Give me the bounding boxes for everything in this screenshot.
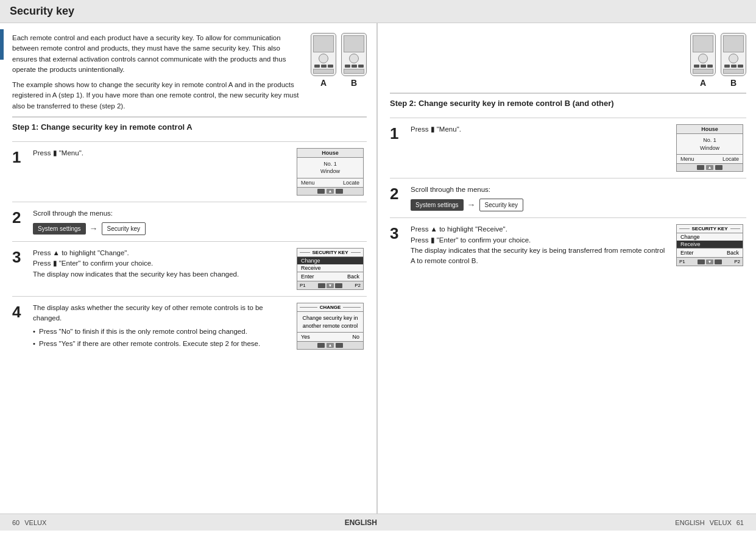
right-step1-content: Press ▮ "Menu". xyxy=(411,124,670,135)
hwm-btn3-right xyxy=(715,165,722,170)
hwm-display-left: House No. 1 Window Menu Locate ▲ xyxy=(297,148,364,196)
right-remote-a-btn1 xyxy=(694,65,699,68)
remote-a-bot xyxy=(313,69,334,74)
left-menu-path: System settings → Security key xyxy=(33,222,367,235)
hwm-btn3-left xyxy=(336,189,343,194)
sk-btn-up-right: ▼ xyxy=(706,259,713,264)
sk-btn1-right xyxy=(698,259,705,264)
right-step1-desc: Press ▮ "Menu". xyxy=(411,124,670,135)
right-remote-a-body xyxy=(690,33,716,76)
right-remote-b-bot xyxy=(723,69,744,74)
ch-footer-left: Yes No xyxy=(297,332,363,341)
right-remote-b-body xyxy=(721,33,746,76)
left-step4-bullet2: Press "Yes" if there are other remote co… xyxy=(33,339,291,349)
ch-btn1 xyxy=(317,343,325,348)
sk-p1-right: P1 xyxy=(679,259,685,264)
left-step1-desc: Press ▮ "Menu". xyxy=(33,148,291,158)
hwm-footer-menu-right: Menu xyxy=(680,156,694,162)
remote-a-body xyxy=(311,33,336,76)
remote-b-body xyxy=(341,33,367,76)
ch-btn3 xyxy=(336,343,343,348)
ch-line2 xyxy=(343,307,361,308)
page-header: Security key xyxy=(0,0,756,23)
right-step3-desc3: The display indicates that the security … xyxy=(411,245,670,267)
right-remote-b-btn3 xyxy=(738,65,743,68)
sk-center-btns-right: ▼ xyxy=(698,259,722,264)
remote-b-knob xyxy=(349,54,359,63)
right-step2-content: Scroll through the menus: System setting… xyxy=(411,185,746,211)
ch-header-left: CHANGE xyxy=(297,303,363,312)
right-step1-row: 1 Press ▮ "Menu". House No. 1 Window Men… xyxy=(390,118,746,178)
sk-header-text-left: SECURITY KEY xyxy=(313,250,348,255)
hwm-display-right: House No. 1 Window Menu Locate ▲ xyxy=(676,124,743,172)
hwm-line1-left: No. 1 xyxy=(301,160,359,168)
right-remote-a-bot xyxy=(693,69,713,74)
hwm-header-left: House xyxy=(297,149,363,158)
left-step1-row: 1 Press ▮ "Menu". House No. 1 Window Men… xyxy=(12,141,367,202)
footer-left: 60 VELUX xyxy=(12,519,46,526)
page-title: Security key xyxy=(10,5,746,18)
right-menu-arrow: → xyxy=(467,199,476,211)
left-step-title: Step 1: Change security key in remote co… xyxy=(12,122,367,132)
left-steps-wrapper: Step 1: Change security key in remote co… xyxy=(0,116,376,357)
right-intro-spacer xyxy=(390,33,680,88)
sk-footer-enter-left: Enter xyxy=(301,274,314,280)
ch-header-text: CHANGE xyxy=(320,305,341,310)
left-step4-num: 4 xyxy=(12,304,27,320)
hwm-line2-left: Window xyxy=(301,168,359,175)
footer-brand-left: VELUX xyxy=(24,519,46,526)
right-remote-b-wrapper: B xyxy=(721,33,746,88)
left-menu-arrow: → xyxy=(90,222,98,235)
left-step1-num: 1 xyxy=(12,149,27,165)
sk-p2-left: P2 xyxy=(355,283,361,288)
sk-footer-right: Enter Back xyxy=(677,248,743,257)
sk-header-line1-right xyxy=(679,228,690,229)
right-remote-a-btn2 xyxy=(701,65,706,68)
remote-a-btn3 xyxy=(328,65,333,68)
sk-header-line2-right xyxy=(730,228,741,229)
sk-header-line1-left xyxy=(300,252,310,253)
right-menu-tag1: System settings xyxy=(411,199,464,211)
remote-b-screen xyxy=(344,35,364,52)
remote-b-btn2 xyxy=(352,65,357,68)
sk-row2-right: Receive xyxy=(677,241,743,248)
left-step3-desc1: Press ▲ to highlight "Change". xyxy=(33,248,291,258)
hwm-footer-left: Menu Locate xyxy=(297,178,363,187)
sk-row1-left: Change xyxy=(297,257,363,264)
intro-para2: The example shows how to change the secu… xyxy=(12,80,301,111)
intro-text: Each remote control and each product hav… xyxy=(12,33,301,111)
right-panel: A B xyxy=(378,23,756,514)
left-step4-widget: CHANGE Change security key in another re… xyxy=(297,303,367,350)
left-step4-row: 4 The display asks whether the security … xyxy=(12,296,367,357)
hwm-body-right: No. 1 Window xyxy=(677,134,743,154)
left-step1-widget: House No. 1 Window Menu Locate ▲ xyxy=(297,148,367,196)
right-step3-row: 3 Press ▲ to highlight "Receive". Press … xyxy=(390,217,746,272)
ch-footer-no: No xyxy=(352,334,359,340)
remote-illustration: A B xyxy=(311,33,367,111)
hwm-header-right: House xyxy=(677,125,743,134)
left-step3-row: 3 Press ▲ to highlight "Change". Press ▮… xyxy=(12,241,367,296)
right-step-title-wrapper: Step 2: Change security key in remote co… xyxy=(390,93,746,118)
right-menu-tag2: Security key xyxy=(479,199,523,211)
remote-b-btn3 xyxy=(358,65,364,68)
hwm-btn1-right xyxy=(697,165,704,170)
remote-a-knob xyxy=(319,54,328,63)
remote-b-label: B xyxy=(341,78,367,88)
sk-center-btns-left: ▼ xyxy=(318,283,342,288)
right-remote-b-knob xyxy=(729,54,738,63)
right-remote-b-btn2 xyxy=(731,65,737,68)
right-remote-illustration: A B xyxy=(690,33,746,88)
left-step2-num: 2 xyxy=(12,210,27,225)
left-step1-content: Press ▮ "Menu". xyxy=(33,148,291,158)
remote-a-wrapper: A xyxy=(311,33,336,88)
left-step2-content: Scroll through the menus: System setting… xyxy=(33,208,367,235)
sk-p1-left: P1 xyxy=(300,283,306,288)
sk-footer-enter-right: Enter xyxy=(680,250,694,256)
intro-section: Each remote control and each product hav… xyxy=(0,23,376,116)
left-step2-desc: Scroll through the menus: xyxy=(33,208,367,219)
sk-header-right: SECURITY KEY xyxy=(677,225,743,233)
right-step3-content: Press ▲ to highlight "Receive". Press ▮ … xyxy=(411,224,670,266)
footer-page-left: 60 xyxy=(12,519,19,526)
remote-a-btns xyxy=(314,65,333,68)
hwm-btn-up-right: ▲ xyxy=(706,165,713,170)
